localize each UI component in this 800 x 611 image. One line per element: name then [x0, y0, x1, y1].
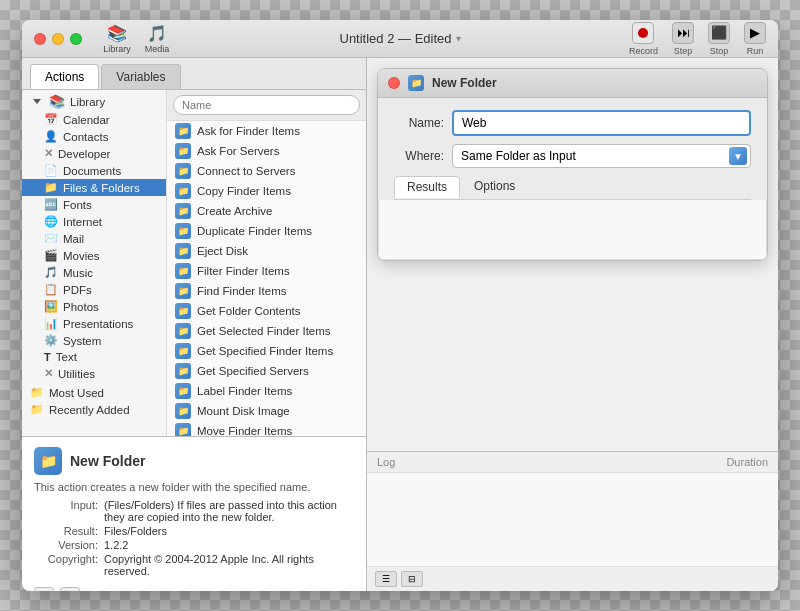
- tab-actions[interactable]: Actions: [30, 64, 99, 89]
- result-value: Files/Folders: [104, 525, 167, 537]
- library-item-music[interactable]: 🎵Music: [22, 264, 166, 281]
- input-value: (Files/Folders) If files are passed into…: [104, 499, 354, 523]
- action-icon: 📁: [175, 143, 191, 159]
- action-filter-items[interactable]: 📁 Filter Finder Items: [167, 261, 366, 281]
- list-view-icon: ☰: [382, 574, 390, 584]
- left-panels: 📚 Library 📅Calendar 👤Contacts ✕Developer: [22, 90, 366, 436]
- action-create-archive[interactable]: 📁 Create Archive: [167, 201, 366, 221]
- description-button[interactable]: ℹ: [60, 587, 80, 591]
- library-item-utilities[interactable]: ✕Utilities: [22, 365, 166, 382]
- library-label: Library: [103, 44, 131, 54]
- action-icon: 📁: [175, 123, 191, 139]
- input-label: Input:: [34, 499, 104, 523]
- action-get-specified-servers[interactable]: 📁 Get Specified Servers: [167, 361, 366, 381]
- action-get-specified-items[interactable]: 📁 Get Specified Finder Items: [167, 341, 366, 361]
- log-column-view-button[interactable]: ⊟: [401, 571, 423, 587]
- gear-button[interactable]: ⚙ ▾: [34, 587, 54, 591]
- dialog-tabs: Results Options: [394, 176, 751, 200]
- library-item-text[interactable]: TText: [22, 349, 166, 365]
- library-item-developer[interactable]: ✕Developer: [22, 145, 166, 162]
- library-item-calendar[interactable]: 📅Calendar: [22, 111, 166, 128]
- action-icon: 📁: [175, 383, 191, 399]
- titlebar: 📚 Library 🎵 Media Untitled 2 — Edited ▾: [22, 20, 778, 58]
- library-item-movies[interactable]: 🎬Movies: [22, 247, 166, 264]
- info-icon: ℹ: [68, 591, 72, 592]
- library-item-mail[interactable]: ✉️Mail: [22, 230, 166, 247]
- dialog-tab-options[interactable]: Options: [462, 176, 527, 197]
- library-item-files-folders[interactable]: 📁Files & Folders: [22, 179, 166, 196]
- log-list-view-button[interactable]: ☰: [375, 571, 397, 587]
- library-item-internet[interactable]: 🌐Internet: [22, 213, 166, 230]
- action-label-items[interactable]: 📁 Label Finder Items: [167, 381, 366, 401]
- library-item-documents[interactable]: 📄Documents: [22, 162, 166, 179]
- action-icon: 📁: [175, 203, 191, 219]
- action-eject-disk[interactable]: 📁 Eject Disk: [167, 241, 366, 261]
- step-button[interactable]: ⏭ Step: [672, 22, 694, 56]
- library-item-pdfs[interactable]: 📋PDFs: [22, 281, 166, 298]
- library-item-recently-added[interactable]: 📁Recently Added: [22, 401, 166, 418]
- where-label: Where:: [394, 149, 444, 163]
- close-button[interactable]: [34, 33, 46, 45]
- dialog-body: Name: Where: Same Folder as Input Deskto…: [378, 98, 767, 260]
- column-view-icon: ⊟: [408, 574, 416, 584]
- name-row: Name:: [394, 110, 751, 136]
- run-button[interactable]: ▶ Run: [744, 22, 766, 56]
- tab-variables[interactable]: Variables: [101, 64, 180, 89]
- record-button[interactable]: Record: [629, 22, 658, 56]
- action-get-selected-items[interactable]: 📁 Get Selected Finder Items: [167, 321, 366, 341]
- library-item-photos[interactable]: 🖼️Photos: [22, 298, 166, 315]
- action-ask-finder-items[interactable]: 📁 Ask for Finder Items: [167, 121, 366, 141]
- action-mount-disk[interactable]: 📁 Mount Disk Image: [167, 401, 366, 421]
- library-item-system[interactable]: ⚙️System: [22, 332, 166, 349]
- library-item-most-used[interactable]: 📁Most Used: [22, 382, 166, 401]
- info-row-copyright: Copyright: Copyright © 2004-2012 Apple I…: [34, 553, 354, 577]
- actions-list: 📁 Ask for Finder Items 📁 Ask For Servers…: [167, 121, 366, 436]
- action-duplicate-items[interactable]: 📁 Duplicate Finder Items: [167, 221, 366, 241]
- action-ask-servers[interactable]: 📁 Ask For Servers: [167, 141, 366, 161]
- where-select[interactable]: Same Folder as Input Desktop Documents: [452, 144, 751, 168]
- action-copy-items[interactable]: 📁 Copy Finder Items: [167, 181, 366, 201]
- action-icon: 📁: [175, 243, 191, 259]
- info-header: 📁 New Folder: [34, 447, 354, 475]
- duration-label: Duration: [726, 456, 768, 468]
- dialog-close-button[interactable]: [388, 77, 400, 89]
- action-move-items[interactable]: 📁 Move Finder Items: [167, 421, 366, 436]
- dialog-tab-results[interactable]: Results: [394, 176, 460, 198]
- where-row: Where: Same Folder as Input Desktop Docu…: [394, 144, 751, 168]
- action-find-items[interactable]: 📁 Find Finder Items: [167, 281, 366, 301]
- info-table: Input: (Files/Folders) If files are pass…: [34, 499, 354, 577]
- actions-pane: 📁 Ask for Finder Items 📁 Ask For Servers…: [167, 90, 366, 436]
- search-input[interactable]: [173, 95, 360, 115]
- dialog-titlebar: 📁 New Folder: [378, 69, 767, 98]
- minimize-button[interactable]: [52, 33, 64, 45]
- action-icon: 📁: [175, 323, 191, 339]
- info-footer: ⚙ ▾ ℹ: [34, 583, 354, 591]
- right-panel: 📁 New Folder Name:: [367, 58, 778, 591]
- dialog-title: New Folder: [432, 76, 497, 90]
- library-button[interactable]: 📚 Library: [98, 23, 136, 55]
- action-icon: 📁: [175, 223, 191, 239]
- traffic-lights: [34, 33, 82, 45]
- stop-label: Stop: [710, 46, 729, 56]
- where-select-wrap: Same Folder as Input Desktop Documents ▼: [452, 144, 751, 168]
- library-item-presentations[interactable]: 📊Presentations: [22, 315, 166, 332]
- info-title: New Folder: [70, 453, 145, 469]
- action-get-folder-contents[interactable]: 📁 Get Folder Contents: [167, 301, 366, 321]
- library-item-fonts[interactable]: 🔤Fonts: [22, 196, 166, 213]
- action-icon: 📁: [175, 183, 191, 199]
- library-item-library[interactable]: 📚 Library: [22, 90, 166, 111]
- step-label: Step: [674, 46, 693, 56]
- library-item-contacts[interactable]: 👤Contacts: [22, 128, 166, 145]
- stop-button[interactable]: ⬛ Stop: [708, 22, 730, 56]
- run-label: Run: [747, 46, 764, 56]
- info-row-result: Result: Files/Folders: [34, 525, 354, 537]
- log-panel: Log Duration ☰ ⊟: [367, 451, 778, 591]
- media-button[interactable]: 🎵 Media: [138, 23, 176, 55]
- record-label: Record: [629, 46, 658, 56]
- action-connect-servers[interactable]: 📁 Connect to Servers: [167, 161, 366, 181]
- search-bar: [167, 90, 366, 121]
- name-input[interactable]: [452, 110, 751, 136]
- maximize-button[interactable]: [70, 33, 82, 45]
- info-panel: 📁 New Folder This action creates a new f…: [22, 436, 366, 591]
- action-icon: 📁: [175, 343, 191, 359]
